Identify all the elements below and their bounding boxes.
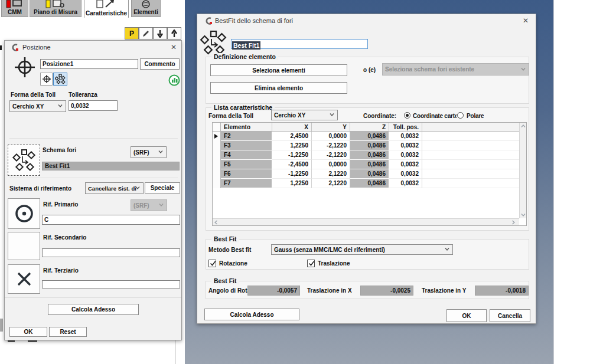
- move-down-button[interactable]: [153, 27, 167, 40]
- definizione-group: Definizione elemento Seleziona elementi …: [206, 57, 529, 104]
- tab-elementi[interactable]: Elementi: [131, 0, 161, 17]
- cell-elemento[interactable]: F5: [221, 160, 272, 169]
- table-row[interactable]: F22,45000,00000,04860,0032: [213, 132, 526, 141]
- tab-cmm[interactable]: CMM: [1, 0, 28, 17]
- bestfit-result-group-label: Best Fit: [211, 277, 239, 284]
- bestfit-close-button[interactable]: ✕: [521, 17, 530, 25]
- lista-group: Lista caratteristiche Forma della Toll C…: [206, 107, 529, 231]
- cell-y[interactable]: 0,0000: [312, 160, 350, 169]
- seleziona-elementi-button[interactable]: Seleziona elementi: [210, 64, 347, 76]
- table-row[interactable]: F31,2250-2,12200,04860,0032: [213, 141, 526, 150]
- cell-z[interactable]: 0,0486: [350, 169, 389, 179]
- rif-secondario-input[interactable]: [42, 248, 180, 257]
- commento-button[interactable]: Commento: [140, 58, 180, 70]
- calcola-adesso-button[interactable]: Calcola Adesso: [48, 304, 139, 315]
- cell-y[interactable]: 2,1220: [312, 169, 350, 179]
- row-selector[interactable]: [213, 169, 221, 179]
- tolleranza-input[interactable]: 0,0032: [69, 100, 118, 111]
- cell-x[interactable]: -2,4500: [272, 160, 312, 169]
- rif-primario-iconbox[interactable]: [8, 198, 40, 229]
- table-row[interactable]: F5-2,45000,00000,04860,0032: [213, 160, 526, 169]
- table-hscrollbar[interactable]: [213, 218, 519, 225]
- position-mode-toggle[interactable]: [40, 73, 53, 86]
- column-header-z[interactable]: Z: [350, 123, 389, 131]
- metodo-dropdown[interactable]: Gauss (senza MMC/LMC dei riferimenti): [271, 244, 453, 255]
- cell-y[interactable]: 0,0000: [312, 132, 350, 141]
- tab-piano-di-misura[interactable]: Piano di Misura: [30, 0, 82, 17]
- column-header-y[interactable]: Y: [312, 123, 350, 131]
- column-header-x[interactable]: X: [272, 123, 312, 131]
- cell-x[interactable]: 1,2250: [272, 179, 312, 188]
- ok-button[interactable]: OK: [9, 327, 47, 337]
- move-up-button[interactable]: [167, 27, 181, 40]
- edit-pencil-button[interactable]: [139, 27, 153, 40]
- posizione-close-button[interactable]: ✕: [169, 43, 178, 51]
- cell-y[interactable]: -2,1220: [312, 150, 350, 160]
- cell-elemento[interactable]: F2: [221, 132, 272, 141]
- column-header-toll[interactable]: Toll. pos.: [389, 123, 422, 131]
- cell-x[interactable]: 2,4500: [272, 132, 312, 141]
- cell-x[interactable]: 1,2250: [272, 141, 312, 150]
- row-selector[interactable]: [213, 132, 221, 141]
- schema-name-field[interactable]: Best Fit1: [42, 162, 180, 170]
- cell-z[interactable]: 0,0486: [350, 160, 389, 169]
- srf-dropdown[interactable]: (SRF): [131, 146, 167, 158]
- cell-elemento[interactable]: F4: [221, 150, 272, 160]
- row-selector[interactable]: [213, 160, 221, 169]
- cell-elemento[interactable]: F7: [221, 179, 272, 188]
- tab-caratteristiche[interactable]: Caratteristiche: [84, 0, 129, 18]
- table-vscrollbar[interactable]: [519, 123, 526, 218]
- ok-button[interactable]: OK: [446, 309, 487, 322]
- traslazione-checkbox[interactable]: [307, 260, 315, 267]
- cell-z[interactable]: 0,0486: [350, 132, 389, 141]
- cell-x[interactable]: -1,2250: [272, 150, 312, 160]
- row-selector[interactable]: [213, 150, 221, 160]
- cell-z[interactable]: 0,0486: [350, 179, 389, 188]
- rif-terziario-iconbox[interactable]: [8, 264, 40, 294]
- cell-z[interactable]: 0,0486: [350, 150, 389, 160]
- cell-toll[interactable]: 0,0032: [389, 169, 422, 179]
- schema-esistente-dropdown: Seleziona schema fori esistente: [382, 63, 529, 76]
- radio-polare[interactable]: [457, 112, 464, 119]
- cell-toll[interactable]: 0,0032: [389, 141, 422, 150]
- cell-toll[interactable]: 0,0032: [389, 150, 422, 160]
- row-selector[interactable]: [213, 179, 221, 188]
- forma-toll-dropdown[interactable]: Cerchio XY: [271, 110, 338, 120]
- posizione-titlebar[interactable]: Posizione ✕: [5, 41, 181, 54]
- hole-pattern-mode-toggle[interactable]: [53, 73, 67, 86]
- cancella-button[interactable]: Cancella: [490, 309, 530, 322]
- cell-toll[interactable]: 0,0032: [389, 160, 422, 169]
- reset-button[interactable]: Reset: [49, 327, 87, 337]
- table-row[interactable]: F4-1,2250-2,12200,04860,0032: [213, 150, 526, 160]
- cell-z[interactable]: 0,0486: [350, 141, 389, 150]
- rif-primario-input[interactable]: C: [42, 215, 180, 225]
- sistema-dropdown[interactable]: Cancellare Sist. di: [85, 182, 144, 194]
- rotazione-label: Rotazione: [219, 260, 247, 267]
- schema-fori-iconbox[interactable]: [8, 145, 40, 176]
- probe-mode-button[interactable]: P: [125, 27, 139, 40]
- column-header-elemento[interactable]: Elemento: [221, 123, 272, 131]
- rif-secondario-iconbox[interactable]: [8, 232, 40, 260]
- rotazione-checkbox[interactable]: [208, 260, 216, 267]
- cell-toll[interactable]: 0,0032: [389, 132, 422, 141]
- rif-terziario-input[interactable]: [42, 280, 180, 288]
- cell-elemento[interactable]: F3: [221, 141, 272, 150]
- cell-toll[interactable]: 0,0032: [389, 179, 422, 188]
- bestfit-name-input[interactable]: Best Fit1: [231, 39, 368, 49]
- row-selector[interactable]: [213, 141, 221, 150]
- posizione-name-input[interactable]: Posizione1: [40, 59, 138, 69]
- radio-coordinate-cartesiane[interactable]: [404, 112, 410, 119]
- table-row[interactable]: F71,22502,12200,04860,0032: [213, 179, 526, 188]
- elimina-elemento-button[interactable]: Elimina elemento: [210, 82, 347, 94]
- forma-toll-dropdown[interactable]: Cerchio XY: [9, 100, 66, 112]
- speciale-button[interactable]: Speciale: [145, 182, 180, 194]
- cell-y[interactable]: -2,1220: [312, 141, 350, 150]
- calcola-adesso-button[interactable]: Calcola Adesso: [204, 309, 299, 320]
- lista-group-label: Lista caratteristiche: [211, 104, 275, 111]
- cell-x[interactable]: -1,2250: [272, 169, 312, 179]
- confirm-green-icon[interactable]: [168, 74, 180, 86]
- table-row[interactable]: F6-1,22502,12200,04860,0032: [213, 169, 526, 179]
- cell-y[interactable]: 2,1220: [312, 179, 350, 188]
- bestfit-titlebar[interactable]: BestFit dello schema di fori ✕: [197, 14, 536, 27]
- cell-elemento[interactable]: F6: [221, 169, 272, 179]
